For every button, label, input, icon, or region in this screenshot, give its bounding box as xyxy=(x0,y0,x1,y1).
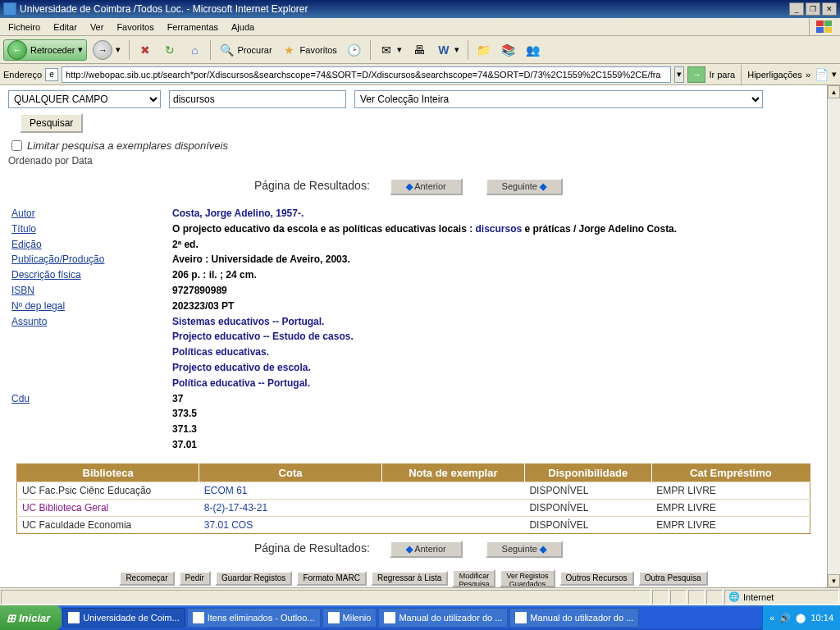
action-outros[interactable]: Outros Recursos xyxy=(559,571,634,586)
cell-cota[interactable]: ECOM 61 xyxy=(199,482,381,499)
action-modificar[interactable]: Modificar Pesquisa xyxy=(452,569,495,587)
limit-checkbox[interactable] xyxy=(11,140,22,151)
research-button[interactable]: 📚 xyxy=(497,39,520,61)
th-cota: Cota xyxy=(199,463,381,482)
chevron-right-icon[interactable]: » xyxy=(806,70,810,80)
search-row: QUALQUER CAMPO Ver Colecção Inteira xyxy=(8,90,819,108)
svg-rect-1 xyxy=(824,21,832,26)
limit-label: Limitar pesquisa a exemplares disponívei… xyxy=(27,139,228,152)
go-button[interactable]: → xyxy=(687,66,705,83)
action-ver-guardados[interactable]: Ver Registos Guardados xyxy=(500,569,555,587)
tray-icon[interactable]: 🔊 xyxy=(779,613,791,623)
search-button[interactable]: 🔍Procurar xyxy=(215,39,276,61)
minimize-button[interactable]: _ xyxy=(789,2,804,16)
window-titlebar: Universidade de Coimbra /Todos Loc. - Mi… xyxy=(0,0,840,18)
menu-favoritos[interactable]: Favoritos xyxy=(110,21,160,34)
chevron-down-icon[interactable]: ▾ xyxy=(674,66,684,83)
label-deplegal[interactable]: Nº dep legal xyxy=(11,300,65,312)
table-row: UC Fac.Psic Ciênc Educação ECOM 61 DISPO… xyxy=(16,482,810,499)
messenger-button[interactable]: 👥 xyxy=(522,39,545,61)
prev-button[interactable]: ◆ Anterior xyxy=(390,178,463,195)
label-titulo[interactable]: Título xyxy=(11,223,36,235)
label-cdu[interactable]: Cdu xyxy=(11,393,30,404)
label-assunto[interactable]: Assunto xyxy=(11,316,47,327)
assunto-link[interactable]: Projecto educativo -- Estudo de casos. xyxy=(172,331,354,342)
stop-button[interactable]: ✖ xyxy=(134,39,157,61)
label-publicacao[interactable]: Publicação/Produção xyxy=(11,253,104,265)
scroll-track[interactable] xyxy=(828,98,840,574)
action-marc[interactable]: Formato MARC xyxy=(296,571,366,586)
menu-ajuda[interactable]: Ajuda xyxy=(225,21,261,34)
label-edicao[interactable]: Edição xyxy=(11,239,42,250)
print-button[interactable]: 🖶 xyxy=(408,39,431,61)
folder-icon: 📁 xyxy=(477,43,491,57)
action-outra[interactable]: Outra Pesquisa xyxy=(638,571,708,586)
task-button[interactable]: Manual do utilizador do ... xyxy=(509,608,639,628)
address-input[interactable] xyxy=(62,66,671,83)
collection-select[interactable]: Ver Colecção Inteira xyxy=(354,90,763,108)
favorites-label: Favoritos xyxy=(300,45,337,55)
search-submit-button[interactable]: Pesquisar xyxy=(20,113,83,133)
assunto-link[interactable]: Sistemas educativos -- Portugal. xyxy=(172,316,324,327)
address-bar: Endereço e ▾ → Ir para Hiperligações » 📄… xyxy=(0,64,840,85)
outlook-icon xyxy=(193,612,204,623)
action-recomecar[interactable]: Recomeçar xyxy=(119,571,174,586)
cell-cota[interactable]: 8-(2)-17-43-21 xyxy=(199,499,381,516)
scroll-up-button[interactable]: ▲ xyxy=(828,85,840,98)
action-guardar[interactable]: Guardar Registos xyxy=(215,571,292,586)
assunto-link[interactable]: Políticas educativas. xyxy=(172,346,269,358)
label-descricao[interactable]: Descrição física xyxy=(11,269,81,281)
query-input[interactable] xyxy=(169,90,346,108)
assunto-link[interactable]: Projecto educativo de escola. xyxy=(172,362,311,373)
globe-icon: 🌐 xyxy=(728,591,740,602)
label-isbn[interactable]: ISBN xyxy=(11,285,34,296)
task-button[interactable]: Manual do utilizador do ... xyxy=(378,608,508,628)
cell-bib[interactable]: UC Biblioteca Geral xyxy=(16,499,199,516)
folder-button[interactable]: 📁 xyxy=(472,39,495,61)
tray-icon[interactable]: ⬤ xyxy=(796,613,806,623)
close-button[interactable]: ✕ xyxy=(822,2,837,16)
status-panel xyxy=(670,590,687,605)
holdings-table: Biblioteca Cota Nota de exemplar Disponi… xyxy=(16,463,810,534)
back-button[interactable]: ← Retroceder ▾ xyxy=(3,39,87,61)
action-regressar[interactable]: Regressar à Lista xyxy=(371,571,448,586)
task-button[interactable]: Milenio xyxy=(322,608,377,628)
task-button[interactable]: Universidade de Coim... xyxy=(62,608,185,628)
pdf-icon[interactable]: 📄 xyxy=(814,67,829,82)
label-autor[interactable]: Autor xyxy=(11,208,35,219)
prev-button[interactable]: ◆ Anterior xyxy=(390,541,463,558)
refresh-button[interactable]: ↻ xyxy=(158,39,181,61)
zone-label: Internet xyxy=(743,592,774,602)
field-select[interactable]: QUALQUER CAMPO xyxy=(8,90,161,108)
menu-ferramentas[interactable]: Ferramentas xyxy=(161,21,225,34)
scroll-down-button[interactable]: ▼ xyxy=(828,574,840,587)
history-button[interactable]: 🕑 xyxy=(343,39,366,61)
assunto-link[interactable]: Política educativa -- Portugal. xyxy=(172,377,310,389)
links-label[interactable]: Hiperligações xyxy=(747,70,802,80)
next-button[interactable]: Seguinte ◆ xyxy=(486,541,564,558)
chevron-down-icon[interactable]: ▾ xyxy=(832,69,837,80)
menu-ficheiro[interactable]: Ficheiro xyxy=(2,21,47,34)
forward-button[interactable]: → ▾ xyxy=(89,39,125,61)
titulo-link[interactable]: discursos xyxy=(475,223,522,235)
cell-cat: EMPR LIVRE xyxy=(651,499,810,516)
next-button[interactable]: Seguinte ◆ xyxy=(486,178,564,195)
edit-button[interactable]: W▾ xyxy=(432,39,463,61)
scrollbar[interactable]: ▲ ▼ xyxy=(827,85,840,587)
restore-button[interactable]: ❐ xyxy=(806,2,820,16)
cell-disp: DISPONÍVEL xyxy=(524,516,651,533)
menu-ver[interactable]: Ver xyxy=(84,21,111,34)
task-button[interactable]: Itens eliminados - Outloo... xyxy=(187,608,321,628)
start-button[interactable]: ⊞ Iniciar xyxy=(0,605,62,630)
cell-cota[interactable]: 37.01 COS xyxy=(199,516,381,533)
menubar: Ficheiro Editar Ver Favoritos Ferramenta… xyxy=(0,18,840,36)
menu-editar[interactable]: Editar xyxy=(47,21,84,34)
chevron-left-icon[interactable]: « xyxy=(769,613,774,623)
cell-bib: UC Fac.Psic Ciênc Educação xyxy=(16,482,199,499)
action-pedir[interactable]: Pedir xyxy=(179,571,211,586)
address-label: Endereço xyxy=(3,70,42,80)
home-button[interactable]: ⌂ xyxy=(183,39,206,61)
mail-button[interactable]: ✉▾ xyxy=(375,39,406,61)
favorites-button[interactable]: ★Favoritos xyxy=(278,39,341,61)
autor-link[interactable]: Costa, Jorge Adelino, 1957-. xyxy=(172,208,304,219)
